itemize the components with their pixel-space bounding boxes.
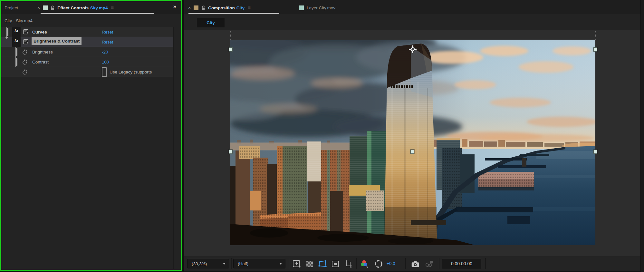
active-tab-underline (41, 13, 154, 14)
selection-handle[interactable] (593, 150, 597, 154)
mask-visibility-button[interactable] (331, 259, 340, 269)
transparency-grid-button[interactable] (305, 259, 314, 269)
chevron-right-icon[interactable] (6, 27, 8, 37)
panel-color-swatch (299, 5, 304, 10)
chevron-right-icon[interactable] (15, 47, 17, 57)
exposure-value[interactable]: +0,0 (387, 259, 395, 268)
property-row-use-legacy[interactable]: Use Legacy (supports (1, 67, 173, 77)
panel-bottom-edge (184, 271, 640, 272)
stopwatch-icon[interactable] (22, 69, 27, 75)
panel-title-target: City (236, 5, 245, 10)
show-channel-button[interactable] (360, 259, 369, 269)
composition-image[interactable] (230, 40, 595, 245)
effect-row-curves[interactable]: fx Curves Reset (1, 27, 173, 37)
property-name: Brightness (32, 47, 53, 57)
tab-layer[interactable]: Layer City.mov (299, 1, 335, 14)
composition-subtab-city[interactable]: City (197, 18, 225, 27)
panel-right-edge (640, 0, 644, 272)
scroll-gutter[interactable] (173, 27, 174, 269)
chevron-right-icon[interactable] (15, 57, 17, 67)
magnification-dropdown[interactable]: (33,3%) (187, 259, 229, 268)
take-snapshot-button[interactable] (410, 259, 420, 269)
anchor-point-icon[interactable] (409, 45, 417, 53)
close-icon[interactable]: × (37, 5, 40, 10)
toolbar-separator (485, 258, 486, 269)
toolbar-separator (289, 258, 289, 269)
magnification-value: (33,3%) (192, 261, 207, 266)
reset-link[interactable]: Reset (102, 37, 113, 47)
property-row-contrast[interactable]: Contrast 100 (1, 57, 173, 67)
lock-icon[interactable] (51, 5, 54, 10)
source-label: City · Sky.mp4 (1, 14, 181, 27)
toolbar-separator (405, 258, 406, 269)
effect-icon (23, 39, 30, 45)
timecode-value: 0:00:00:00 (451, 261, 472, 266)
lock-icon[interactable] (201, 5, 205, 10)
fx-badge[interactable]: fx (12, 27, 21, 37)
close-icon[interactable]: × (188, 5, 191, 10)
show-snapshot-button[interactable] (425, 259, 434, 269)
fx-badge[interactable]: fx (12, 37, 21, 47)
app-root: Project × Effect Controls Sky.mp4 ≡ » Ci… (0, 0, 644, 272)
property-name: Contrast (32, 57, 49, 67)
resolution-dropdown[interactable]: (Half) (233, 259, 285, 268)
effect-icon (23, 29, 30, 35)
effect-controls-panel: Project × Effect Controls Sky.mp4 ≡ » Ci… (0, 0, 182, 271)
chevron-down-icon[interactable] (5, 37, 8, 47)
selection-handle[interactable] (229, 47, 233, 52)
property-value[interactable]: 100 (102, 57, 109, 67)
resolution-value: (Half) (238, 261, 248, 266)
selection-handle[interactable] (593, 47, 597, 52)
exposure-offset: +0,0 (387, 261, 395, 266)
property-row-brightness[interactable]: Brightness -20 (1, 47, 173, 57)
reset-exposure-button[interactable] (374, 259, 383, 269)
selection-handle[interactable] (229, 150, 233, 154)
chevron-down-icon (279, 263, 282, 265)
reset-link[interactable]: Reset (102, 27, 113, 37)
effect-name-selected[interactable]: Brightness & Contrast (32, 37, 82, 45)
active-tab-underline (188, 13, 279, 14)
selection-handle[interactable] (410, 150, 414, 154)
toolbar-separator (231, 258, 232, 269)
chevron-down-icon (223, 263, 226, 265)
panel-menu-icon[interactable]: ≡ (247, 5, 251, 11)
grid-guides-button[interactable] (343, 259, 353, 269)
layer-edge-dash (595, 31, 596, 40)
panel-menu-icon[interactable]: ≡ (111, 5, 114, 11)
property-value[interactable]: -20 (102, 47, 108, 57)
current-time-field[interactable]: 0:00:00:00 (442, 259, 481, 268)
toolbar-separator (356, 258, 357, 269)
tab-project[interactable]: Project (5, 5, 18, 10)
composition-tabbar (184, 0, 640, 14)
layer-edge-dash (230, 31, 231, 40)
fast-previews-button[interactable] (292, 259, 302, 269)
tab-composition[interactable]: × Composition City ≡ (188, 1, 251, 14)
effect-row-brightness-contrast[interactable]: fx Brightness & Contrast Reset (1, 37, 173, 47)
panel-color-swatch (194, 5, 198, 10)
stopwatch-icon[interactable] (22, 59, 27, 65)
use-legacy-checkbox[interactable] (102, 67, 107, 77)
stopwatch-icon[interactable] (22, 49, 27, 55)
panel-title: Composition (208, 5, 235, 10)
checkbox-label: Use Legacy (supports (110, 67, 152, 77)
effect-name[interactable]: Curves (32, 27, 47, 37)
overflow-icon[interactable]: » (173, 4, 176, 9)
panel-color-swatch (43, 5, 48, 10)
toolbar-separator (439, 258, 439, 269)
region-of-interest-button[interactable] (318, 259, 327, 269)
tab-effect-controls[interactable]: × Effect Controls Sky.mp4 ≡ (37, 1, 114, 14)
panel-title-target: Sky.mp4 (90, 5, 108, 10)
panel-title: Effect Controls (57, 5, 89, 10)
composition-viewer[interactable] (184, 30, 640, 257)
tab-layer-label: Layer City.mov (307, 5, 335, 10)
